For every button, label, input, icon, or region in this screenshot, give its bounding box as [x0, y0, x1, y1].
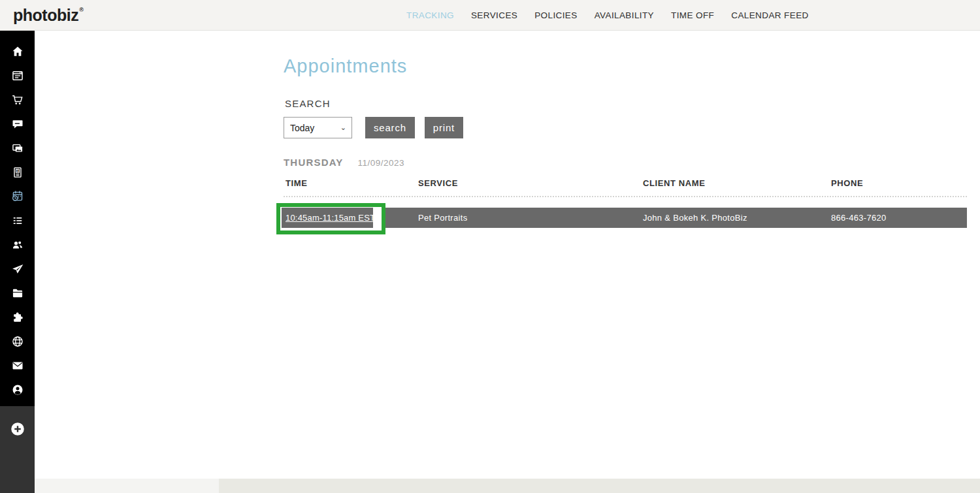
- integrations-icon: [11, 311, 24, 324]
- add-icon: [9, 421, 26, 437]
- website-icon: [11, 69, 24, 82]
- sidebar-item-website[interactable]: [0, 63, 35, 87]
- sidebar-footer: [0, 406, 35, 493]
- print-button[interactable]: print: [425, 117, 463, 138]
- sidebar-item-domain[interactable]: [0, 329, 35, 353]
- col-header-time: TIME: [284, 178, 416, 188]
- sidebar-item-marketing[interactable]: [0, 257, 35, 281]
- home-icon: [11, 45, 24, 58]
- list-icon: [11, 214, 24, 227]
- tab-availability[interactable]: AVAILABILITY: [595, 10, 654, 20]
- sidebar-item-chat[interactable]: [0, 112, 35, 136]
- cell-client-name: John & Bokeh K. PhotoBiz: [641, 213, 829, 223]
- sidebar-item-account[interactable]: [0, 377, 35, 402]
- clients-icon: [11, 238, 24, 251]
- portfolio-icon: [11, 142, 24, 155]
- table-row: Pet Portraits John & Bokeh K. PhotoBiz 8…: [284, 208, 967, 228]
- weekday-label: THURSDAY: [284, 157, 344, 168]
- cell-service: Pet Portraits: [416, 213, 641, 223]
- sidebar-item-add[interactable]: [0, 417, 35, 441]
- sidebar-item-scheduler[interactable]: [0, 184, 35, 208]
- photobiz-logo[interactable]: photobiz®: [13, 6, 83, 25]
- sidebar-item-files[interactable]: [0, 281, 35, 305]
- day-header: THURSDAY 11/09/2023: [284, 157, 404, 168]
- search-controls: Today ⌄ search print: [284, 117, 463, 138]
- tab-time-off[interactable]: TIME OFF: [671, 10, 714, 20]
- cart-icon: [11, 93, 24, 106]
- col-header-service: SERVICE: [416, 178, 641, 188]
- sidebar-item-list[interactable]: [0, 208, 35, 232]
- invoice-icon: $: [11, 166, 24, 179]
- cell-time-highlighted: 10:45am-11:15am EST: [282, 208, 373, 228]
- sidebar-item-portfolio[interactable]: [0, 136, 35, 160]
- registered-mark: ®: [79, 7, 83, 13]
- tab-calendar-feed[interactable]: CALENDAR FEED: [731, 10, 808, 20]
- col-header-client: CLIENT NAME: [641, 178, 829, 188]
- sidebar-item-home[interactable]: [0, 39, 35, 63]
- send-icon: [11, 262, 24, 276]
- sidebar-item-invoice[interactable]: $: [0, 160, 35, 184]
- chat-icon: [11, 118, 24, 131]
- tab-policies[interactable]: POLICIES: [534, 10, 577, 20]
- date-filter-value: Today: [290, 123, 314, 133]
- account-icon: [11, 383, 24, 396]
- domain-icon: [11, 335, 24, 348]
- main-content: Appointments SEARCH Today ⌄ search print…: [35, 31, 980, 479]
- top-header: photobiz® TRACKING SERVICES POLICIES AVA…: [0, 0, 980, 31]
- logo-text: photobiz: [13, 6, 78, 24]
- chevron-down-icon: ⌄: [340, 123, 346, 132]
- table-header-row: TIME SERVICE CLIENT NAME PHONE: [284, 178, 967, 188]
- date-label: 11/09/2023: [358, 158, 405, 168]
- search-button[interactable]: search: [365, 117, 415, 138]
- sidebar-item-mail[interactable]: [0, 353, 35, 377]
- search-section-label: SEARCH: [285, 98, 331, 109]
- sidebar-icon-rail: $: [0, 31, 35, 406]
- sidebar-item-clients[interactable]: [0, 232, 35, 257]
- scheduler-icon: [10, 189, 24, 203]
- files-icon: [11, 287, 24, 300]
- horizontal-scrollbar[interactable]: [35, 479, 980, 493]
- highlight-annotation-box: 10:45am-11:15am EST: [276, 203, 385, 234]
- appointment-time-link[interactable]: 10:45am-11:15am EST: [286, 213, 375, 223]
- svg-text:$: $: [16, 168, 18, 172]
- tab-tracking[interactable]: TRACKING: [406, 10, 454, 20]
- scrollbar-track[interactable]: [35, 479, 219, 493]
- col-header-phone: PHONE: [829, 178, 967, 188]
- top-nav: TRACKING SERVICES POLICIES AVAILABILITY …: [406, 0, 809, 30]
- sidebar-item-integrations[interactable]: [0, 305, 35, 329]
- mail-icon: [11, 359, 24, 372]
- tab-services[interactable]: SERVICES: [471, 10, 517, 20]
- page-title: Appointments: [284, 56, 407, 77]
- app-sidebar: $: [0, 31, 35, 493]
- cell-phone: 866-463-7620: [829, 213, 967, 223]
- scrollbar-thumb[interactable]: [219, 479, 980, 493]
- header-divider: [284, 196, 967, 197]
- date-filter-select[interactable]: Today ⌄: [284, 117, 352, 138]
- sidebar-item-cart[interactable]: [0, 87, 35, 112]
